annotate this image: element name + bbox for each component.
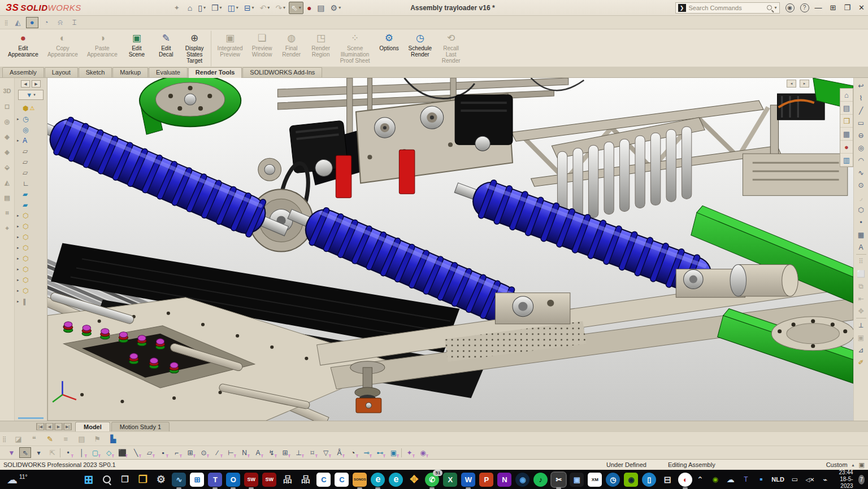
filter-datums-icon[interactable]: ⊥: [293, 447, 305, 458]
edit-appearance-button[interactable]: ● Edit Appearance: [3, 30, 43, 67]
solidworks-2023-button-b[interactable]: SW: [262, 473, 276, 487]
filter-solid-bodies-icon[interactable]: ⬛: [116, 447, 128, 458]
filter-weld-symbols-icon[interactable]: ↯: [266, 447, 277, 458]
orange-sensor-block[interactable]: [356, 398, 381, 413]
taskpane-collapse-right-button[interactable]: ▸: [800, 80, 809, 88]
excel-button[interactable]: X: [443, 473, 457, 487]
filter-dimensions-icon[interactable]: ⊢: [225, 447, 237, 458]
tree-filter-button[interactable]: ▼▾: [18, 90, 44, 100]
filter-planes-icon[interactable]: ▱: [144, 447, 155, 458]
text-tool-icon[interactable]: A: [856, 242, 867, 253]
mirror-tool-icon[interactable]: ⧉: [856, 281, 867, 292]
integrated-preview-button[interactable]: ▣ Integrated Preview: [213, 30, 248, 67]
tree-component-6[interactable]: ▸ ⬡: [15, 264, 47, 274]
tree-annotations-folder[interactable]: ▸ A: [15, 135, 47, 146]
display-mode-label[interactable]: Custom: [826, 461, 848, 468]
menu-item[interactable]: [101, 6, 112, 10]
filter-balloons-icon[interactable]: A: [252, 447, 264, 458]
edit-component-icon[interactable]: ⬙: [2, 162, 12, 172]
xm-app-button[interactable]: XM: [588, 473, 602, 487]
tab-layout[interactable]: Layout: [45, 67, 78, 77]
close-button[interactable]: ✕: [858, 3, 865, 12]
tree-component-3[interactable]: ▸ ⬡: [15, 232, 47, 242]
taskpane-design-library-icon[interactable]: ▤: [840, 102, 853, 115]
rail-divider-2[interactable]: [856, 318, 866, 318]
menu-item[interactable]: [89, 6, 101, 10]
sketch-picture-icon[interactable]: ▣: [856, 332, 867, 343]
tree-mates[interactable]: ▸ ∥: [15, 296, 47, 307]
redo-icon[interactable]: ↷▾: [273, 2, 288, 14]
filter-lights-icon[interactable]: ✦: [403, 447, 415, 458]
paste-appearance-button[interactable]: ◑ Paste Appearance: [83, 30, 122, 67]
tree-sensors-folder[interactable]: ◎: [15, 124, 47, 135]
tray-onedrive-icon[interactable]: ☁: [725, 474, 736, 485]
filter-viewports-icon[interactable]: ▣: [388, 447, 400, 458]
new-document-icon[interactable]: ▯▾: [196, 2, 208, 14]
slot-tool-icon[interactable]: ⊖: [856, 130, 867, 141]
tab-markup[interactable]: Markup: [112, 67, 148, 77]
tree-plane-front[interactable]: ▱: [15, 146, 47, 156]
section-view-icon[interactable]: ◻: [2, 101, 12, 111]
rebuild-traffic-light-icon[interactable]: ●: [305, 2, 314, 14]
search-commands-box[interactable]: ❯ Search Commands ▾: [675, 2, 780, 14]
ellipse-tool-icon[interactable]: ⊙: [856, 180, 867, 191]
taskpane-appearances-icon[interactable]: ●: [840, 141, 853, 154]
final-render-button[interactable]: ◍ Final Render: [277, 30, 306, 67]
citrix-workspace-a[interactable]: C: [316, 473, 331, 487]
color-chart-icon[interactable]: ▙: [107, 433, 119, 444]
instant-2d-icon[interactable]: ⊿: [856, 344, 867, 356]
tree-component-5[interactable]: ▸ ⬡: [15, 253, 47, 264]
select-arrow-icon[interactable]: ⇖: [19, 447, 31, 458]
filter-sketch-points-icon[interactable]: ▪: [157, 447, 169, 458]
offset-tool-icon[interactable]: ⇤: [856, 293, 867, 304]
powerpoint-button[interactable]: P: [479, 473, 493, 487]
tab-evaluate[interactable]: Evaluate: [149, 67, 188, 77]
filter-axes-icon[interactable]: ╲: [130, 447, 142, 458]
start-button[interactable]: ⊞: [81, 473, 96, 487]
tree-folder-1[interactable]: ▰: [15, 189, 47, 199]
tree-component-7[interactable]: ▸ ⬡: [15, 274, 47, 285]
tree-back-button[interactable]: ◀: [21, 80, 30, 88]
measure-icon[interactable]: ⌖: [2, 223, 12, 233]
open-document-icon[interactable]: ❒▾: [209, 2, 224, 14]
search-input[interactable]: Search Commands: [689, 5, 764, 11]
convert-entities-icon[interactable]: ⬜: [856, 268, 867, 280]
fillet-tool-icon[interactable]: ◞: [856, 192, 867, 203]
red-clamp-right[interactable]: [399, 150, 415, 194]
tree-component-4[interactable]: ▸ ⬡: [15, 242, 47, 253]
book-reference-icon[interactable]: ▤: [2, 193, 12, 203]
tray-blue-app-icon[interactable]: ▪: [756, 474, 766, 485]
select-arrow-caret[interactable]: ▾: [33, 447, 45, 458]
search-button[interactable]: [99, 473, 114, 487]
pin-toolbar-icon[interactable]: ✦: [174, 4, 180, 12]
hatch-tool-icon[interactable]: ▦: [856, 229, 867, 241]
tree-origin[interactable]: ∟: [15, 178, 47, 189]
tree-assembly-root[interactable]: ⬢ ⚠: [15, 103, 47, 113]
stepper-motor-right[interactable]: [455, 95, 513, 151]
tab-assembly[interactable]: Assembly: [2, 67, 44, 77]
taskpane-custom-properties-icon[interactable]: ▥: [840, 154, 853, 167]
nvidia-settings-button[interactable]: ◉: [624, 473, 638, 487]
tree-history-folder[interactable]: ▸ ◷: [15, 113, 47, 124]
point-tool-icon[interactable]: •: [856, 217, 867, 228]
citrix-workspace-b[interactable]: C: [335, 473, 349, 487]
settings-button[interactable]: ⚙: [154, 473, 168, 487]
search-icon[interactable]: [767, 5, 772, 10]
3d-sketch-icon[interactable]: 3D: [2, 86, 12, 96]
tree-component-2[interactable]: ▸ ⬡: [15, 221, 47, 232]
pane-toggle-icon[interactable]: ▣: [859, 461, 865, 469]
motion-study-tab[interactable]: Motion Study 1: [111, 422, 170, 431]
options-gear-icon[interactable]: ⚙▾: [328, 2, 344, 14]
bearing-block-roller2[interactable]: [495, 293, 570, 324]
filter-blocks-icon[interactable]: ⊞: [184, 447, 196, 458]
copy-appearance-button[interactable]: ◐ Copy Appearance: [43, 30, 83, 67]
component-preview-icon[interactable]: ⌗: [2, 208, 12, 218]
measure-beam-icon[interactable]: ⌶: [68, 17, 81, 28]
filter-toggle-icon[interactable]: ▼: [6, 447, 18, 458]
smart-dimension-icon[interactable]: ✐: [856, 357, 867, 368]
edge-browser-b[interactable]: e: [389, 473, 403, 487]
tree-component-8[interactable]: ▸ ⬡: [15, 285, 47, 296]
line-weight-icon[interactable]: ≡: [59, 433, 72, 444]
copy-appearance-small-icon[interactable]: ◔: [40, 17, 53, 28]
teams-button[interactable]: T: [208, 473, 222, 487]
